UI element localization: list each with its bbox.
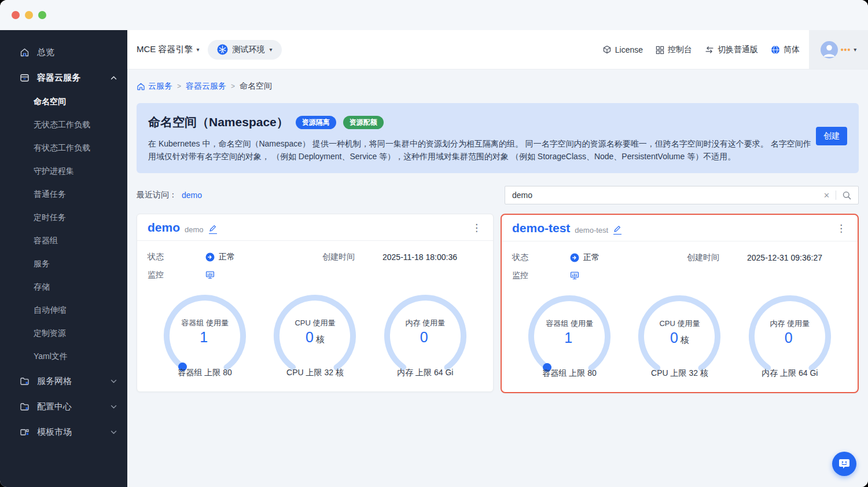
sidebar-item-autoscale[interactable]: 自动伸缩 [0,299,127,322]
clear-search-icon[interactable]: ✕ [818,191,836,200]
console-label: 控制台 [668,45,692,55]
gauge-value: 0 [785,329,793,346]
namespace-card-demo[interactable]: demo demo ⋮ 状态 正常 创建时间 20 [137,214,494,392]
folder-icon [20,402,30,412]
gauge-value: 0 [306,329,314,345]
switch-version-button[interactable]: 切换普通版 [705,45,758,55]
gauge-limit: CPU 上限 32 核 [271,368,359,378]
sidebar-item-daemonset[interactable]: 守护进程集 [0,160,127,183]
status-running-icon [570,253,579,262]
window-titlebar [0,0,868,30]
sidebar-item-namespace[interactable]: 命名空间 [0,90,127,113]
sidebar-group-label: 配置中心 [37,401,111,412]
chat-smiley-icon [838,457,851,470]
status-label: 状态 [512,252,570,263]
namespace-subtitle: demo [185,225,204,234]
zoom-window-button[interactable] [38,11,46,19]
sidebar-item-service[interactable]: 服务 [0,252,127,276]
search-input[interactable] [505,191,818,200]
gauge-cpu: CPU 使用量 0核 CPU 上限 32 核 [271,292,359,380]
sidebar-group-config-center[interactable]: 配置中心 [0,394,127,419]
sidebar-group-template-market[interactable]: 模板市场 [0,419,127,445]
monitor-label: 监控 [148,270,205,280]
status-value: 正常 [570,252,687,263]
gauge-value: 0 [670,329,678,346]
sidebar-item-cronjob[interactable]: 定时任务 [0,206,127,229]
console-button[interactable]: 控制台 [656,45,692,55]
monitor-button[interactable] [205,270,215,280]
switch-version-label: 切换普通版 [718,45,758,55]
home-icon [20,47,30,57]
monitor-chart-icon [570,271,579,280]
status-text: 正常 [219,252,235,262]
breadcrumb-separator: > [177,82,181,90]
card-menu-button[interactable]: ⋮ [470,222,483,234]
user-icon [821,41,838,58]
gauge-limit: 容器组 上限 80 [161,368,249,378]
minimize-window-button[interactable] [25,11,33,19]
language-button[interactable]: 简体 [771,45,800,55]
gauge-label: CPU 使用量 [635,318,723,329]
sidebar-group-container-cloud[interactable]: 容器云服务 [0,65,127,90]
avatar [821,41,838,58]
namespace-cards: demo demo ⋮ 状态 正常 创建时间 20 [137,214,859,393]
create-namespace-button[interactable]: 创建 [816,127,847,145]
environment-name: 测试环境 [233,45,265,55]
namespace-subtitle: demo-test [575,226,608,235]
breadcrumb-home[interactable]: 云服务 [137,81,172,91]
license-box-icon [602,45,612,54]
switch-arrows-icon [705,46,714,54]
help-chat-button[interactable] [832,452,856,476]
badge-resource-quota: 资源配额 [343,116,384,129]
pencil-icon [209,225,217,232]
gauge-cpu: CPU 使用量 0核 CPU 上限 32 核 [635,292,723,380]
header-right: License 控制台 切换普通版 简体 [602,30,800,69]
app-window: 总览 容器云服务 命名空间 无状态工作负载 有状态工作负载 守护进程集 普通任务… [0,0,868,487]
user-menu[interactable]: ••• ▾ [809,30,868,69]
gauge-unit: 核 [316,334,325,344]
monitor-button[interactable] [570,271,579,280]
edit-namespace-button[interactable] [209,225,217,234]
sidebar-group-label: 容器云服务 [37,72,111,83]
recent-visited: 最近访问： demo [137,190,202,200]
sidebar-item-deployment[interactable]: 无状态工作负载 [0,113,127,137]
created-time-value: 2025-12-31 09:36:27 [747,253,822,262]
created-time-label: 创建时间 [687,252,747,263]
gauge-unit: 核 [681,335,689,345]
license-button[interactable]: License [602,45,643,54]
status-label: 状态 [148,252,205,262]
sidebar-item-crd[interactable]: 定制资源 [0,322,127,345]
status-value: 正常 [205,252,322,262]
sidebar-group-label: 模板市场 [37,427,111,438]
edit-namespace-button[interactable] [613,225,621,235]
product-switcher[interactable]: MCE 容器引擎 ▾ [137,44,200,55]
card-menu-button[interactable]: ⋮ [835,222,847,235]
recent-visited-link[interactable]: demo [182,191,202,200]
chevron-down-icon: ▾ [270,46,273,53]
sidebar-item-job[interactable]: 普通任务 [0,183,127,206]
gauge-value: 0 [420,329,428,345]
sidebar-group-label: 服务网格 [37,376,111,387]
namespace-card-demo-test[interactable]: demo-test demo-test ⋮ 状态 正常 创建时间 [501,214,859,393]
namespace-title[interactable]: demo-test [512,221,570,235]
main-content: 云服务 > 容器云服务 > 命名空间 命名空间（Namespace） 资源隔离 … [127,69,868,487]
gauge-row: 容器组 使用量 1 容器组 上限 80 CPU 使用量 0核 CPU 上限 32… [148,285,483,388]
header-left: MCE 容器引擎 ▾ 测试环境 ▾ [127,40,282,60]
environment-selector[interactable]: 测试环境 ▾ [208,40,282,60]
sidebar-item-pod[interactable]: 容器组 [0,229,127,252]
search-button[interactable] [836,191,858,200]
close-window-button[interactable] [12,11,20,19]
sidebar-item-storage[interactable]: 存储 [0,276,127,299]
app-header: MCE 容器引擎 ▾ 测试环境 ▾ License 控制台 切换普通版 [127,30,868,69]
sidebar-group-service-mesh[interactable]: 服务网格 [0,368,127,394]
breadcrumb-container-cloud[interactable]: 容器云服务 [186,81,226,91]
chevron-down-icon: ▾ [197,46,200,53]
banner-description: 在 Kubernetes 中，命名空间（Namespace） 提供一种机制，将同… [148,137,847,163]
sidebar-sub-list: 命名空间 无状态工作负载 有状态工作负载 守护进程集 普通任务 定时任务 容器组… [0,90,127,368]
breadcrumb: 云服务 > 容器云服务 > 命名空间 [137,81,859,91]
namespace-title[interactable]: demo [148,221,180,235]
sidebar-item-statefulset[interactable]: 有状态工作负载 [0,137,127,160]
search-icon [842,191,852,200]
sidebar-item-overview[interactable]: 总览 [0,39,127,65]
sidebar-item-yaml[interactable]: Yaml文件 [0,345,127,368]
